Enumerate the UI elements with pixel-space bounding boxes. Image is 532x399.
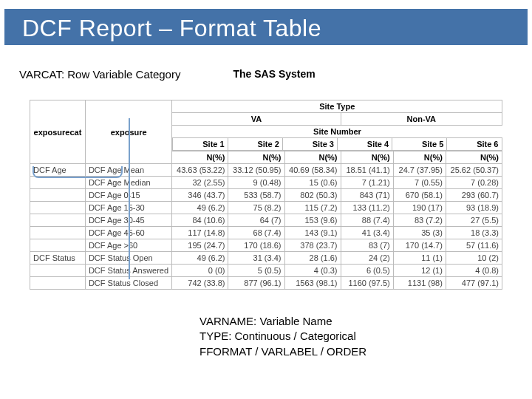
- cell-value: 6 (0.5): [341, 265, 393, 277]
- cell-value: 18 (3.3): [446, 227, 502, 239]
- cell-value: 7 (0.28): [446, 177, 502, 189]
- cell-value: 28 (1.6): [284, 252, 341, 265]
- cell-value: 153 (9.6): [284, 214, 341, 227]
- cell-value: 117 (14.8): [172, 227, 228, 239]
- cell-value: 5 (0.5): [228, 265, 284, 277]
- cell-value: 143 (9.1): [284, 227, 341, 239]
- format-table-grid: exposurecat exposure Site Type VA Non-VA…: [30, 100, 502, 290]
- table-row: DCF StatusDCF Status Open49 (6.2)31 (3.4…: [30, 252, 502, 265]
- cell-value: 11 (1): [393, 252, 446, 265]
- cell-varcat: [30, 265, 86, 277]
- cell-value: 378 (23.7): [284, 239, 341, 252]
- table-row: DCF Age 15-3049 (6.2)75 (8.2)115 (7.2)13…: [30, 202, 502, 214]
- site-4: Site 4: [337, 138, 392, 151]
- col-exposurecat: exposurecat: [30, 100, 86, 164]
- format-table: exposurecat exposure Site Type VA Non-VA…: [30, 100, 502, 290]
- cell-value: 57 (11.6): [446, 239, 502, 252]
- cell-value: 1131 (98): [393, 277, 446, 290]
- vertical-line-annotation: [129, 118, 130, 279]
- cell-value: 877 (96.1): [228, 277, 284, 290]
- cell-value: 49 (6.2): [172, 252, 228, 265]
- cell-value: 83 (7.2): [393, 214, 446, 227]
- cell-value: 533 (58.7): [228, 189, 284, 202]
- bracket-annotation: [33, 166, 123, 178]
- cell-value: 64 (7): [228, 214, 284, 227]
- table-row: DCF Age 0-15346 (43.7)533 (58.7)802 (50.…: [30, 189, 502, 202]
- cell-value: 170 (18.6): [228, 239, 284, 252]
- cell-value: 18.51 (41.1): [341, 164, 393, 177]
- table-row: DCF Age Median32 (2.55)9 (0.48)15 (0.6)7…: [30, 177, 502, 189]
- sas-system-title: The SAS System: [233, 68, 315, 80]
- cell-value: 84 (10.6): [172, 214, 228, 227]
- cell-value: 41 (3.4): [341, 227, 393, 239]
- metric-5: N(%): [393, 151, 446, 164]
- varname-line2: TYPE: Continuous / Categorical: [200, 329, 366, 344]
- cell-value: 7 (1.21): [341, 177, 393, 189]
- cell-value: 346 (43.7): [172, 189, 228, 202]
- cell-value: 27 (5.5): [446, 214, 502, 227]
- cell-value: 32 (2.55): [172, 177, 228, 189]
- cell-varcat: [30, 202, 86, 214]
- cell-value: 670 (58.1): [393, 189, 446, 202]
- metric-1: N(%): [172, 151, 228, 164]
- metric-4: N(%): [341, 151, 393, 164]
- site-3: Site 3: [282, 138, 337, 151]
- cell-value: 68 (7.4): [228, 227, 284, 239]
- cell-value: 170 (14.7): [393, 239, 446, 252]
- cell-value: 195 (24.7): [172, 239, 228, 252]
- cell-value: 190 (17): [393, 202, 446, 214]
- cell-value: 35 (3): [393, 227, 446, 239]
- cell-value: 12 (1): [393, 265, 446, 277]
- cell-value: 843 (71): [341, 189, 393, 202]
- cell-value: 10 (2): [446, 252, 502, 265]
- cell-value: 1160 (97.5): [341, 277, 393, 290]
- cell-value: 93 (18.9): [446, 202, 502, 214]
- cell-value: 4 (0.3): [284, 265, 341, 277]
- cell-value: 83 (7): [341, 239, 393, 252]
- site-5: Site 5: [392, 138, 447, 151]
- site-6: Site 6: [447, 138, 502, 151]
- varname-line3: FFORMAT / VARLABEL / ORDER: [200, 344, 366, 359]
- cell-varcat: [30, 277, 86, 290]
- metric-3: N(%): [284, 151, 341, 164]
- table-row: DCF Age 45-60117 (14.8)68 (7.4)143 (9.1)…: [30, 227, 502, 239]
- site-number-label: Site Number: [173, 126, 502, 138]
- cell-value: 477 (97.1): [446, 277, 502, 290]
- table-row: DCF Age >60195 (24.7)170 (18.6)378 (23.7…: [30, 239, 502, 252]
- site-type-header: Site Type: [172, 100, 502, 113]
- cell-value: 742 (33.8): [172, 277, 228, 290]
- cell-varcat: [30, 239, 86, 252]
- super-header-row: exposurecat exposure Site Type: [30, 100, 502, 113]
- table-head: exposurecat exposure Site Type VA Non-VA…: [30, 100, 502, 164]
- table-row: DCF Age 30-4584 (10.6)64 (7)153 (9.6)88 …: [30, 214, 502, 227]
- cell-value: 7 (0.55): [393, 177, 446, 189]
- cell-value: 9 (0.48): [228, 177, 284, 189]
- cell-value: 33.12 (50.95): [228, 164, 284, 177]
- table-body: DCF AgeDCF Age Mean43.63 (53.22)33.12 (5…: [30, 164, 502, 290]
- cell-value: 24 (2): [341, 252, 393, 265]
- cell-value: 133 (11.2): [341, 202, 393, 214]
- table-row: DCF Status Answered0 (0)5 (0.5)4 (0.3)6 …: [30, 265, 502, 277]
- group-nonva: Non-VA: [341, 113, 502, 126]
- cell-value: 43.63 (53.22): [172, 164, 228, 177]
- cell-value: 4 (0.8): [446, 265, 502, 277]
- group-va: VA: [172, 113, 341, 126]
- cell-value: 88 (7.4): [341, 214, 393, 227]
- metric-2: N(%): [228, 151, 284, 164]
- cell-value: 802 (50.3): [284, 189, 341, 202]
- cell-value: 75 (8.2): [228, 202, 284, 214]
- cell-varcat: [30, 189, 86, 202]
- slide-title: DCF Report – Format Table: [22, 15, 520, 42]
- cell-value: 15 (0.6): [284, 177, 341, 189]
- cell-value: 1563 (98.1): [284, 277, 341, 290]
- cell-value: 0 (0): [172, 265, 228, 277]
- metric-6: N(%): [446, 151, 502, 164]
- cell-value: 25.62 (50.37): [446, 164, 502, 177]
- site-2: Site 2: [228, 138, 282, 151]
- varname-block: VARNAME: Variable Name TYPE: Continuous …: [200, 314, 366, 359]
- cell-value: 49 (6.2): [172, 202, 228, 214]
- varname-line1: VARNAME: Variable Name: [200, 314, 366, 329]
- cell-value: 24.7 (37.95): [393, 164, 446, 177]
- varcat-label: VARCAT: Row Variable Category: [19, 68, 180, 81]
- site-1: Site 1: [173, 138, 228, 151]
